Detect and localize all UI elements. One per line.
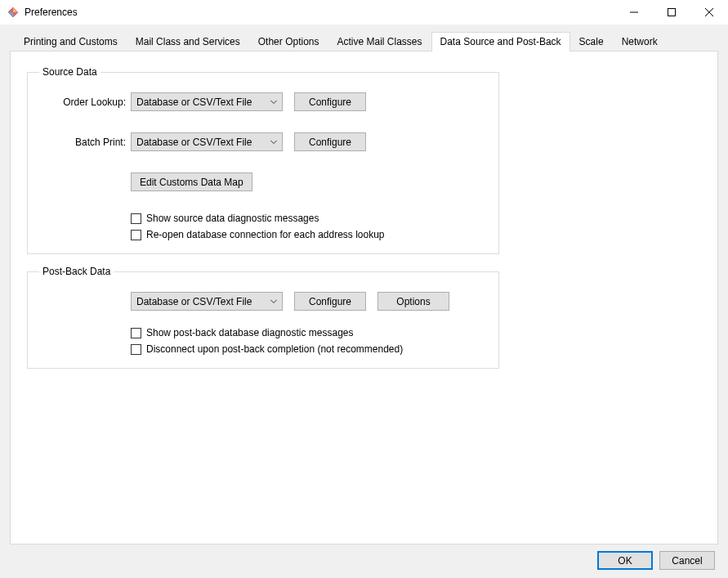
- batch-print-combo[interactable]: Database or CSV/Text File: [131, 132, 283, 151]
- batch-print-label: Batch Print:: [39, 137, 131, 148]
- ok-button[interactable]: OK: [597, 551, 653, 570]
- tab-mail-class-and-services[interactable]: Mail Class and Services: [127, 32, 249, 52]
- chevron-down-icon: [270, 100, 277, 104]
- button-label: Configure: [309, 96, 351, 108]
- minimize-button[interactable]: [615, 0, 653, 25]
- dialog-footer: OK Cancel: [10, 544, 718, 570]
- batch-print-value: Database or CSV/Text File: [136, 137, 252, 148]
- order-lookup-value: Database or CSV/Text File: [136, 96, 252, 108]
- tab-label: Data Source and Post-Back: [440, 36, 561, 47]
- tab-label: Other Options: [258, 36, 319, 47]
- window-controls: [615, 0, 728, 25]
- source-data-group: Source Data Order Lookup: Database or CS…: [27, 66, 499, 254]
- tab-panel: Source Data Order Lookup: Database or CS…: [10, 51, 718, 544]
- show-postback-diagnostic-label: Show post-back database diagnostic messa…: [146, 327, 353, 338]
- disconnect-postback-label: Disconnect upon post-back completion (no…: [146, 343, 403, 355]
- window-title: Preferences: [25, 7, 78, 18]
- svg-marker-1: [13, 7, 18, 12]
- show-postback-diagnostic-checkbox[interactable]: [131, 328, 141, 338]
- preferences-window: Preferences Printing and Customs Mail Cl…: [0, 0, 728, 578]
- reopen-connection-label: Re-open database connection for each add…: [146, 229, 385, 240]
- tab-label: Mail Class and Services: [136, 36, 240, 47]
- close-button[interactable]: [690, 0, 728, 25]
- order-lookup-configure-button[interactable]: Configure: [294, 92, 366, 111]
- tab-other-options[interactable]: Other Options: [249, 32, 328, 52]
- svg-rect-4: [668, 9, 676, 16]
- edit-customs-data-map-button[interactable]: Edit Customs Data Map: [131, 173, 252, 191]
- tab-network[interactable]: Network: [613, 32, 667, 52]
- app-icon: [7, 6, 20, 19]
- post-back-options-button[interactable]: Options: [377, 292, 449, 311]
- post-back-value: Database or CSV/Text File: [136, 296, 252, 307]
- tab-label: Printing and Customs: [24, 36, 118, 47]
- post-back-configure-button[interactable]: Configure: [294, 292, 366, 311]
- maximize-button[interactable]: [653, 0, 690, 25]
- show-source-diagnostic-label: Show source data diagnostic messages: [146, 213, 319, 224]
- source-data-legend: Source Data: [39, 66, 100, 78]
- chevron-down-icon: [270, 299, 277, 303]
- batch-print-configure-button[interactable]: Configure: [294, 132, 366, 151]
- tab-label: Active Mail Classes: [337, 36, 422, 47]
- disconnect-postback-checkbox[interactable]: [131, 344, 141, 355]
- tab-active-mail-classes[interactable]: Active Mail Classes: [328, 32, 431, 52]
- tab-label: Network: [622, 36, 658, 47]
- cancel-button[interactable]: Cancel: [659, 551, 715, 570]
- reopen-connection-checkbox[interactable]: [131, 230, 141, 240]
- button-label: Configure: [309, 296, 351, 307]
- button-label: Options: [396, 296, 430, 307]
- button-label: Edit Customs Data Map: [140, 177, 243, 188]
- post-back-combo[interactable]: Database or CSV/Text File: [131, 292, 283, 311]
- post-back-legend: Post-Back Data: [39, 266, 114, 277]
- button-label: OK: [618, 555, 632, 567]
- tab-printing-and-customs[interactable]: Printing and Customs: [15, 32, 127, 52]
- tabstrip: Printing and Customs Mail Class and Serv…: [10, 31, 718, 51]
- button-label: Cancel: [672, 555, 702, 567]
- show-source-diagnostic-checkbox[interactable]: [131, 213, 141, 224]
- chevron-down-icon: [270, 140, 277, 144]
- post-back-data-group: Post-Back Data Database or CSV/Text File…: [27, 266, 499, 369]
- order-lookup-combo[interactable]: Database or CSV/Text File: [131, 92, 283, 111]
- tab-label: Scale: [579, 36, 604, 47]
- titlebar: Preferences: [0, 0, 728, 25]
- client-area: Printing and Customs Mail Class and Serv…: [0, 25, 728, 578]
- button-label: Configure: [309, 137, 351, 148]
- order-lookup-label: Order Lookup:: [39, 96, 131, 108]
- tab-data-source-and-post-back[interactable]: Data Source and Post-Back: [431, 32, 570, 52]
- svg-marker-2: [8, 12, 13, 17]
- tab-scale[interactable]: Scale: [570, 32, 613, 52]
